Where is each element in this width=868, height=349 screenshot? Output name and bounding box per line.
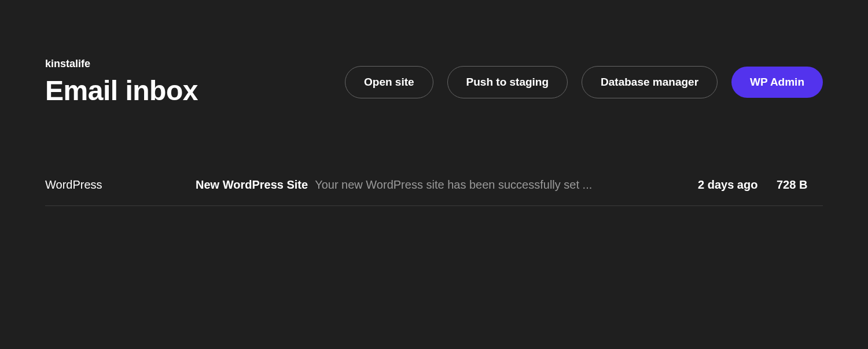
header-actions: Open site Push to staging Database manag…: [345, 66, 823, 98]
email-size: 728 B: [777, 178, 823, 192]
email-row[interactable]: WordPress New WordPress Site Your new Wo…: [45, 164, 823, 206]
email-list: WordPress New WordPress Site Your new Wo…: [45, 164, 823, 206]
page-header: kinstalife Email inbox Open site Push to…: [45, 0, 823, 141]
header-title-group: kinstalife Email inbox: [45, 58, 198, 106]
wp-admin-button[interactable]: WP Admin: [731, 67, 823, 98]
email-preview: Your new WordPress site has been success…: [315, 178, 684, 192]
page-title: Email inbox: [45, 75, 198, 106]
open-site-button[interactable]: Open site: [345, 66, 433, 98]
email-content: New WordPress Site Your new WordPress si…: [196, 178, 684, 192]
email-time: 2 days ago: [684, 178, 777, 192]
push-to-staging-button[interactable]: Push to staging: [447, 66, 568, 98]
database-manager-button[interactable]: Database manager: [582, 66, 718, 98]
breadcrumb[interactable]: kinstalife: [45, 58, 198, 70]
email-sender: WordPress: [45, 178, 196, 192]
email-subject: New WordPress Site: [196, 178, 308, 192]
